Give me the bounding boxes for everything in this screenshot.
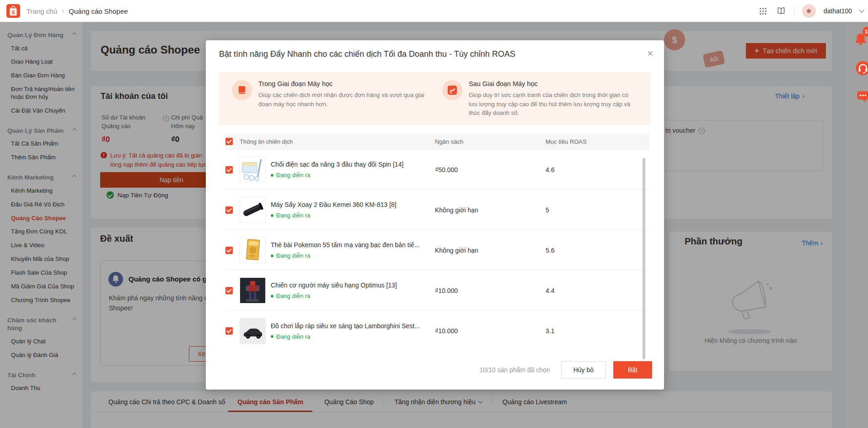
campaign-name: Chiến cơ người máy siêu hạng Optimus [13… <box>271 282 435 289</box>
phase-description: Giúp các chiến dịch mới nhận được đơn hà… <box>258 91 432 108</box>
campaign-status: Đang diễn ra <box>271 293 435 299</box>
enable-button[interactable]: Bật <box>613 361 652 379</box>
status-dot-icon <box>271 335 273 338</box>
campaign-info: Máy Sấy Xoay 2 Đầu Kemei 360 KM-813 [8] … <box>271 201 435 219</box>
campaign-roas: 5 <box>546 206 649 214</box>
chat-bubble-icon[interactable] <box>856 89 868 106</box>
table-row: Chiến cơ người máy siêu hạng Optimus [13… <box>225 271 649 311</box>
phase-title: Trong Giai đoạn Máy học <box>258 80 432 87</box>
selection-summary: 10/10 sản phẩm đã chọn <box>480 366 550 374</box>
select-all-checkbox[interactable] <box>225 138 233 145</box>
table-header: Thông tin chiến dịch Ngân sách Mục tiêu … <box>225 134 649 150</box>
guide-book-icon[interactable] <box>776 6 786 16</box>
table-row: Máy Sấy Xoay 2 Đầu Kemei 360 KM-813 [8] … <box>225 190 649 230</box>
breadcrumb: Trang chủ › Quảng cáo Shopee <box>27 0 128 22</box>
campaign-status: Đang diễn ra <box>271 333 435 340</box>
breadcrumb-separator-icon: › <box>62 7 64 15</box>
campaign-name: Chổi điện sạc đa năng 3 đầu thay đổi Spi… <box>271 161 435 168</box>
boost-feature-modal: Bật tính năng Đẩy Nhanh cho các chiến dị… <box>206 40 664 390</box>
phase-during-learning: Trong Giai đoạn Máy học Giúp các chiến d… <box>232 80 442 125</box>
chevron-down-icon[interactable] <box>859 7 864 12</box>
topbar-divider <box>794 6 794 16</box>
phase-after-learning: Sau Giai đoạn Máy học Giúp duy trì sức c… <box>442 80 651 125</box>
topbar: S Trang chủ › Quảng cáo Shopee ✻ dathat1… <box>0 0 868 22</box>
support-headset-icon[interactable] <box>855 60 868 78</box>
phases-banner: Trong Giai đoạn Máy học Giúp các chiến d… <box>219 72 651 125</box>
status-label: Đang diễn ra <box>276 212 310 219</box>
phase-title: Sau Giai đoạn Máy học <box>469 80 637 87</box>
modal-footer: 10/10 sản phẩm đã chọn Hủy bỏ Bật <box>480 361 653 379</box>
cancel-button[interactable]: Hủy bỏ <box>561 361 606 379</box>
campaign-name: Thẻ bài Pokemon 55 tấm mạ vàng bạc đen b… <box>271 241 435 249</box>
campaign-budget: ₫10.000 <box>435 327 546 335</box>
row-checkbox[interactable] <box>225 327 233 335</box>
apps-grid-icon[interactable] <box>758 6 768 16</box>
screen: S Trang chủ › Quảng cáo Shopee ✻ dathat1… <box>0 0 868 428</box>
column-campaign-info: Thông tin chiến dịch <box>240 138 435 145</box>
row-checkbox[interactable] <box>225 206 233 214</box>
row-checkbox[interactable] <box>225 166 233 173</box>
campaign-roas: 4.6 <box>546 166 649 173</box>
table-row: Thẻ bài Pokemon 55 tấm mạ vàng bạc đen b… <box>225 230 649 271</box>
column-budget: Ngân sách <box>435 138 546 145</box>
campaign-table: Thông tin chiến dịch Ngân sách Mục tiêu … <box>225 134 649 351</box>
status-label: Đang diễn ra <box>276 333 310 340</box>
row-checkbox[interactable] <box>225 287 233 294</box>
avatar[interactable]: ✻ <box>802 4 816 18</box>
status-dot-icon <box>271 214 273 217</box>
status-label: Đang diễn ra <box>276 252 310 259</box>
svg-text:S: S <box>11 10 15 15</box>
status-dot-icon <box>271 295 273 298</box>
campaign-budget: ₫50.000 <box>435 166 546 173</box>
phase-description: Giúp duy trì sức cạnh tranh của chiến dị… <box>469 91 637 118</box>
username-label[interactable]: dathat100 <box>824 7 852 15</box>
column-roas: Mục tiêu ROAS <box>546 138 649 145</box>
product-thumbnail <box>240 277 266 303</box>
close-icon[interactable]: × <box>647 49 653 59</box>
status-label: Đang diễn ra <box>276 172 310 179</box>
campaign-info: Chiến cơ người máy siêu hạng Optimus [13… <box>271 282 435 299</box>
shopee-logo-icon[interactable]: S <box>6 4 20 18</box>
book-icon <box>232 80 252 100</box>
campaign-info: Thẻ bài Pokemon 55 tấm mạ vàng bạc đen b… <box>271 241 435 259</box>
campaign-status: Đang diễn ra <box>271 212 435 219</box>
campaign-roas: 5.6 <box>546 247 649 254</box>
product-thumbnail <box>240 318 266 344</box>
campaign-status: Đang diễn ra <box>271 172 435 179</box>
campaign-status: Đang diễn ra <box>271 252 435 259</box>
product-thumbnail <box>240 197 266 223</box>
modal-title: Bật tính năng Đẩy Nhanh cho các chiến dị… <box>219 49 637 59</box>
campaign-name: Máy Sấy Xoay 2 Đầu Kemei 360 KM-813 [8] <box>271 201 435 208</box>
breadcrumb-current: Quảng cáo Shopee <box>69 7 128 15</box>
campaign-budget: Không giới hạn <box>435 206 546 214</box>
product-thumbnail <box>240 237 266 263</box>
campaign-budget: ₫10.000 <box>435 287 546 294</box>
scrollbar-thumb[interactable] <box>643 158 645 359</box>
campaign-name: Đồ chơi lắp ráp siêu xe sáng tạo Lamborg… <box>271 322 435 330</box>
notifications-bell-icon[interactable]: 15 <box>853 32 868 48</box>
campaign-info: Đồ chơi lắp ráp siêu xe sáng tạo Lamborg… <box>271 322 435 340</box>
topbar-right: ✻ dathat100 <box>758 0 863 22</box>
campaign-roas: 3.1 <box>546 327 649 335</box>
table-row: Chổi điện sạc đa năng 3 đầu thay đổi Spi… <box>225 150 649 190</box>
status-dot-icon <box>271 174 273 177</box>
table-row: Đồ chơi lắp ráp siêu xe sáng tạo Lamborg… <box>225 311 649 351</box>
campaign-info: Chổi điện sạc đa năng 3 đầu thay đổi Spi… <box>271 161 435 179</box>
campaign-budget: Không giới hạn <box>435 247 546 254</box>
breadcrumb-home[interactable]: Trang chủ <box>27 7 57 15</box>
row-checkbox[interactable] <box>225 247 233 254</box>
trend-chart-icon <box>442 80 462 100</box>
campaign-roas: 4.4 <box>546 287 649 294</box>
product-thumbnail <box>240 157 266 183</box>
status-label: Đang diễn ra <box>276 293 310 299</box>
status-dot-icon <box>271 255 273 257</box>
